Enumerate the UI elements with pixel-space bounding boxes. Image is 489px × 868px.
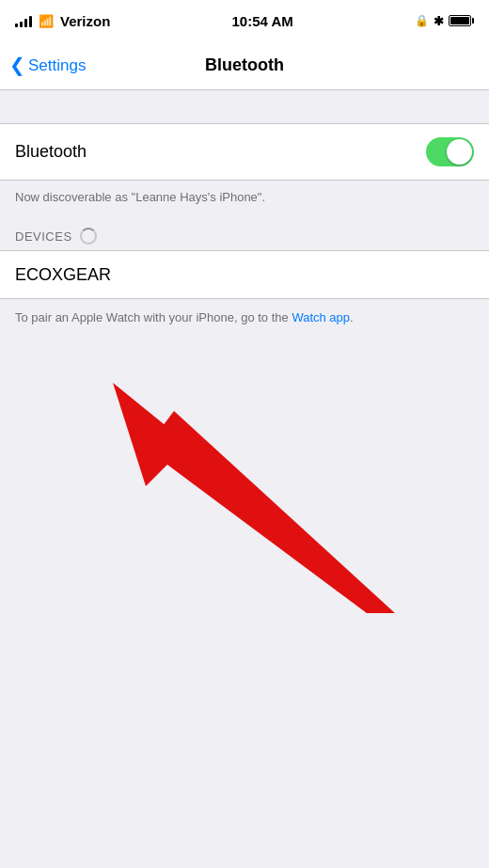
red-arrow-icon — [0, 340, 489, 641]
device-row[interactable]: ECOXGEAR — [0, 250, 489, 299]
watch-note-text: To pair an Apple Watch with your iPhone,… — [15, 310, 354, 324]
bluetooth-label: Bluetooth — [15, 142, 87, 162]
bluetooth-row: Bluetooth — [0, 124, 489, 180]
watch-app-link[interactable]: Watch app — [292, 310, 350, 324]
back-chevron-icon: ❮ — [9, 54, 25, 76]
bottom-filler — [0, 641, 489, 698]
bluetooth-icon: ✱ — [434, 14, 444, 28]
watch-note-prefix: To pair an Apple Watch with your iPhone,… — [15, 310, 292, 324]
status-left: 📶 Verizon — [15, 13, 110, 29]
status-bar: 📶 Verizon 10:54 AM 🔒 ✱ — [0, 0, 489, 41]
discoverable-section: Now discoverable as "Leanne Hays's iPhon… — [0, 181, 489, 216]
signal-bars-icon — [15, 14, 32, 27]
bluetooth-section: Bluetooth — [0, 123, 489, 181]
device-name: ECOXGEAR — [15, 265, 111, 285]
back-button[interactable]: ❮ Settings — [9, 55, 86, 76]
wifi-icon: 📶 — [39, 14, 54, 28]
battery-icon — [449, 15, 474, 26]
status-time: 10:54 AM — [232, 13, 293, 29]
back-label: Settings — [28, 56, 86, 75]
nav-bar: ❮ Settings Bluetooth — [0, 41, 489, 90]
arrow-area — [0, 340, 489, 641]
lock-icon: 🔒 — [415, 14, 429, 27]
loading-spinner-icon — [80, 228, 97, 245]
toggle-knob — [447, 139, 472, 165]
devices-header-label: DEVICES — [15, 229, 72, 244]
status-right: 🔒 ✱ — [415, 14, 474, 28]
carrier-label: Verizon — [60, 13, 110, 29]
watch-note-section: To pair an Apple Watch with your iPhone,… — [0, 299, 489, 340]
bluetooth-toggle[interactable] — [426, 137, 474, 166]
page-title: Bluetooth — [205, 55, 284, 75]
top-gap — [0, 90, 489, 123]
devices-header: DEVICES — [0, 216, 489, 250]
watch-note-suffix: . — [350, 310, 354, 324]
discoverable-text: Now discoverable as "Leanne Hays's iPhon… — [15, 190, 265, 204]
